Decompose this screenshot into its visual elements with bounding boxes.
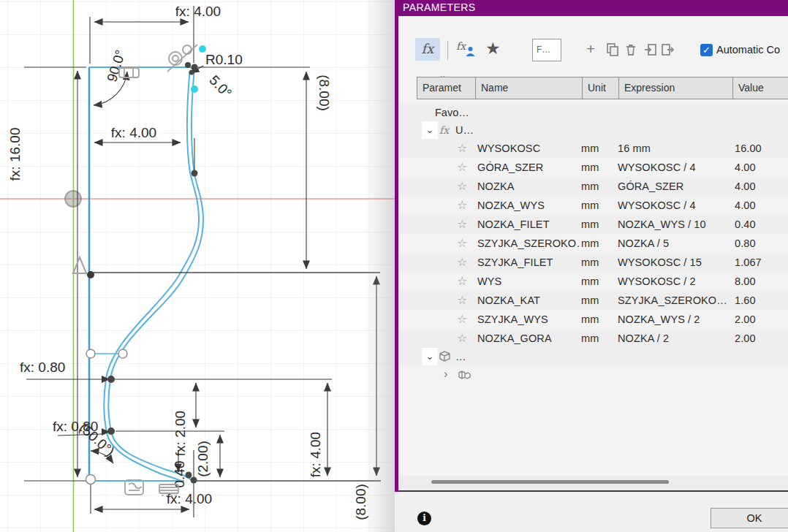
user-group-label: U… — [455, 121, 474, 139]
model-group-row[interactable]: ⌄ … — [398, 348, 788, 365]
model-group-label: … — [455, 348, 466, 365]
parameter-value: 1.60 — [735, 291, 756, 310]
expand-chevron-icon[interactable]: › — [444, 368, 447, 381]
favorite-star-icon[interactable] — [457, 291, 467, 310]
parameter-row[interactable]: NOZKA_KAT mm SZYJKA_SZEROKO… 1.60 — [398, 291, 788, 310]
favorite-star-icon[interactable] — [457, 253, 467, 272]
collapse-chevron-icon[interactable]: ⌄ — [422, 121, 438, 139]
parameter-filter-fx-button[interactable]: fx — [415, 38, 440, 61]
favorite-star-icon[interactable] — [457, 158, 467, 177]
favorites-group-row[interactable]: Favo… — [398, 104, 788, 121]
parameter-unit[interactable]: mm — [581, 215, 599, 234]
parameter-expression[interactable]: NOZKA / 5 — [618, 234, 729, 253]
dialog-titlebar[interactable]: PARAMETERS — [395, 0, 788, 16]
ok-button[interactable]: OK — [711, 508, 788, 528]
paste-parameter-icon[interactable] — [605, 42, 620, 57]
column-header-name[interactable]: Name — [475, 77, 583, 99]
parameter-unit[interactable]: mm — [581, 272, 599, 291]
dim-top-width: fx: 4.00 — [175, 4, 221, 19]
column-header-value[interactable]: Value — [732, 77, 788, 99]
parameter-expression[interactable]: NOZKA / 2 — [618, 329, 729, 348]
parameter-expression[interactable]: WYSOKOSC / 4 — [618, 196, 729, 215]
user-parameter-filter-button[interactable]: fx — [456, 40, 480, 61]
user-parameters-group-row[interactable]: ⌄ fx U… — [398, 121, 788, 139]
parameter-name[interactable]: WYSOKOSC — [477, 139, 580, 158]
parameter-name[interactable]: SZYJKA_FILET — [477, 253, 580, 272]
sketch-canvas[interactable]: fx: 4.00 90.0° R0.10 5.0° fx: 16.00 fx: … — [0, 0, 395, 532]
parameter-value: 4.00 — [735, 177, 756, 196]
parameter-unit[interactable]: mm — [581, 310, 599, 329]
delete-parameter-icon[interactable] — [624, 42, 638, 57]
parameter-name[interactable]: SZYJKA_WYS — [477, 310, 580, 329]
parameter-name[interactable]: NOZKA_FILET — [477, 215, 580, 234]
parameter-expression[interactable]: WYSOKOSC / 15 — [618, 253, 729, 272]
parameter-unit[interactable]: mm — [581, 139, 599, 158]
spline-handle-point — [191, 86, 198, 93]
parameter-name[interactable]: NOZKA_KAT — [477, 291, 580, 310]
parameter-unit[interactable]: mm — [581, 291, 599, 310]
parameter-row[interactable]: NOZKA mm GÓRA_SZER 4.00 — [398, 177, 788, 196]
origin-point[interactable] — [65, 191, 81, 207]
import-csv-icon[interactable] — [643, 42, 658, 57]
parameter-row[interactable]: SZYJKA_WYS mm NOZKA_WYS / 2 2.00 — [398, 310, 788, 329]
favorite-star-icon[interactable] — [457, 310, 467, 329]
parameter-unit[interactable]: mm — [581, 234, 599, 253]
parameter-unit[interactable]: mm — [581, 177, 599, 196]
parameter-name[interactable]: NOZKA_WYS — [477, 196, 580, 215]
parameter-name[interactable]: NOZKA_GORA — [477, 329, 580, 348]
scrollbar-thumb[interactable] — [431, 480, 669, 484]
favorite-star-icon[interactable] — [457, 196, 467, 215]
favorite-star-icon[interactable] — [457, 215, 467, 234]
parameter-value: 2.00 — [735, 329, 756, 348]
add-parameter-button[interactable]: + — [586, 40, 595, 58]
panel-shadow-fade — [364, 0, 395, 532]
parameter-expression[interactable]: NOZKA_WYS / 10 — [618, 215, 729, 234]
horizontal-scrollbar[interactable] — [398, 476, 788, 490]
parameter-expression[interactable]: SZYJKA_SZEROKO… — [618, 291, 729, 310]
favorite-star-icon[interactable] — [457, 234, 467, 253]
dim-right-mid-height: fx: 4.00 — [308, 432, 323, 477]
parameter-value: 4.00 — [735, 158, 756, 177]
dialog-title: PARAMETERS — [403, 1, 475, 13]
parameter-row[interactable]: GÓRA_SZER mm WYSOKOSC / 4 4.00 — [398, 158, 788, 177]
info-icon[interactable]: i — [417, 512, 431, 525]
parameter-unit[interactable]: mm — [581, 253, 599, 272]
parameter-expression[interactable]: GÓRA_SZER — [618, 177, 729, 196]
parameter-name[interactable]: NOZKA — [477, 177, 580, 196]
parameter-unit[interactable]: mm — [581, 196, 599, 215]
collapse-chevron-icon[interactable]: ⌄ — [422, 348, 438, 365]
column-header-parameter[interactable]: Paramet — [417, 77, 476, 99]
parameter-unit[interactable]: mm — [581, 329, 599, 348]
parameter-row[interactable]: SZYJKA_SZEROKO… mm NOZKA / 5 0.80 — [398, 234, 788, 253]
filter-dropdown[interactable]: F… — [532, 39, 561, 61]
column-header-expression[interactable]: Expression — [618, 77, 733, 99]
model-child-row[interactable]: › — [398, 365, 788, 384]
dim-mid-width: fx: 4.00 — [111, 125, 156, 140]
parameter-row[interactable]: WYS mm WYSOKOSC / 2 8.00 — [398, 272, 788, 291]
parameter-unit[interactable]: mm — [581, 158, 599, 177]
parameter-name[interactable]: WYS — [477, 272, 580, 291]
favorite-star-icon[interactable] — [457, 139, 467, 158]
parameter-expression[interactable]: WYSOKOSC / 4 — [618, 158, 729, 177]
favorite-star-icon[interactable] — [457, 272, 467, 291]
parameter-row[interactable]: NOZKA_GORA mm NOZKA / 2 2.00 — [398, 329, 788, 348]
favorite-star-icon[interactable] — [457, 329, 467, 348]
parameter-row[interactable]: NOZKA_WYS mm WYSOKOSC / 4 4.00 — [398, 196, 788, 215]
parameter-row[interactable]: NOZKA_FILET mm NOZKA_WYS / 10 0.40 — [398, 215, 788, 234]
export-csv-icon[interactable] — [660, 42, 675, 57]
dim-bottom-fillet: 0.40 — [172, 461, 187, 488]
automatic-compute-checkbox[interactable]: ✓ — [700, 44, 713, 56]
parameter-rows: WYSOKOSC mm 16 mm 16.00 GÓRA_SZER mm WYS… — [398, 139, 788, 348]
parameter-row[interactable]: SZYJKA_FILET mm WYSOKOSC / 15 1.067 — [398, 253, 788, 272]
parameter-expression[interactable]: NOZKA_WYS / 2 — [618, 310, 729, 329]
parameter-row[interactable]: WYSOKOSC mm 16 mm 16.00 — [398, 139, 788, 158]
body-icon — [457, 367, 471, 384]
dim-lower-ref: (2.00) — [195, 441, 211, 477]
favorites-filter-star-icon[interactable]: ★ — [485, 39, 501, 58]
favorite-star-icon[interactable] — [457, 177, 467, 196]
parameter-expression[interactable]: 16 mm — [618, 139, 729, 158]
parameter-expression[interactable]: WYSOKOSC / 2 — [618, 272, 729, 291]
parameter-name[interactable]: SZYJKA_SZEROKO… — [477, 234, 580, 253]
column-header-unit[interactable]: Unit — [582, 77, 619, 99]
parameter-name[interactable]: GÓRA_SZER — [477, 158, 580, 177]
